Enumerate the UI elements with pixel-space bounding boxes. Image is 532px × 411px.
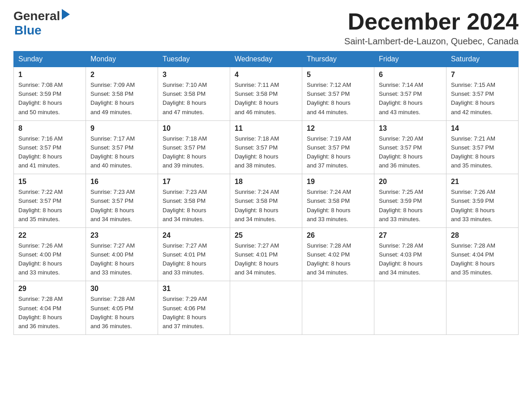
day-info: Sunrise: 7:28 AM Sunset: 4:02 PM Dayligh… <box>307 241 369 278</box>
day-info: Sunrise: 7:24 AM Sunset: 3:58 PM Dayligh… <box>307 188 369 224</box>
day-info: Sunrise: 7:18 AM Sunset: 3:57 PM Dayligh… <box>235 134 297 171</box>
day-number: 7 <box>451 71 514 79</box>
day-number: 1 <box>18 71 81 79</box>
day-number: 16 <box>90 178 153 186</box>
calendar-cell: 22 Sunrise: 7:26 AM Sunset: 4:00 PM Dayl… <box>14 227 86 281</box>
header-friday: Friday <box>374 51 446 67</box>
header-monday: Monday <box>86 51 158 67</box>
day-number: 26 <box>307 231 369 240</box>
day-info: Sunrise: 7:23 AM Sunset: 3:57 PM Dayligh… <box>90 188 153 224</box>
month-title: December 2024 <box>344 9 519 34</box>
day-info: Sunrise: 7:19 AM Sunset: 3:57 PM Dayligh… <box>307 134 369 171</box>
calendar-cell: 20 Sunrise: 7:25 AM Sunset: 3:59 PM Dayl… <box>374 174 446 228</box>
calendar-cell: 8 Sunrise: 7:16 AM Sunset: 3:57 PM Dayli… <box>14 120 86 174</box>
day-info: Sunrise: 7:21 AM Sunset: 3:57 PM Dayligh… <box>451 134 514 171</box>
header-saturday: Saturday <box>446 51 519 67</box>
day-info: Sunrise: 7:08 AM Sunset: 3:59 PM Dayligh… <box>18 81 81 117</box>
day-info: Sunrise: 7:20 AM Sunset: 3:57 PM Dayligh… <box>379 134 442 171</box>
calendar-week-row-4: 29 Sunrise: 7:28 AM Sunset: 4:04 PM Dayl… <box>14 281 519 335</box>
day-number: 19 <box>307 178 369 186</box>
day-info: Sunrise: 7:27 AM Sunset: 4:00 PM Dayligh… <box>90 241 153 278</box>
header-thursday: Thursday <box>302 51 374 67</box>
calendar-cell: 10 Sunrise: 7:18 AM Sunset: 3:57 PM Dayl… <box>158 120 230 174</box>
day-number: 30 <box>90 285 153 293</box>
calendar-cell: 24 Sunrise: 7:27 AM Sunset: 4:01 PM Dayl… <box>158 227 230 281</box>
day-number: 13 <box>379 124 442 133</box>
day-number: 15 <box>18 178 81 186</box>
day-info: Sunrise: 7:26 AM Sunset: 3:59 PM Dayligh… <box>451 188 514 224</box>
calendar-cell: 15 Sunrise: 7:22 AM Sunset: 3:57 PM Dayl… <box>14 174 86 228</box>
day-info: Sunrise: 7:28 AM Sunset: 4:04 PM Dayligh… <box>451 241 514 278</box>
calendar-cell: 14 Sunrise: 7:21 AM Sunset: 3:57 PM Dayl… <box>446 120 519 174</box>
day-info: Sunrise: 7:12 AM Sunset: 3:57 PM Dayligh… <box>307 81 369 117</box>
day-info: Sunrise: 7:18 AM Sunset: 3:57 PM Dayligh… <box>163 134 225 171</box>
day-info: Sunrise: 7:15 AM Sunset: 3:57 PM Dayligh… <box>451 81 514 117</box>
header-sunday: Sunday <box>14 51 86 67</box>
page-header: General Blue December 2024 Saint-Lambert… <box>13 9 519 47</box>
calendar-cell: 26 Sunrise: 7:28 AM Sunset: 4:02 PM Dayl… <box>302 227 374 281</box>
calendar-cell: 3 Sunrise: 7:10 AM Sunset: 3:58 PM Dayli… <box>158 67 230 121</box>
calendar-cell: 18 Sunrise: 7:24 AM Sunset: 3:58 PM Dayl… <box>230 174 302 228</box>
day-info: Sunrise: 7:27 AM Sunset: 4:01 PM Dayligh… <box>163 241 225 278</box>
day-number: 5 <box>307 71 369 79</box>
day-number: 20 <box>379 178 442 186</box>
logo-blue: Blue <box>14 23 70 38</box>
day-info: Sunrise: 7:24 AM Sunset: 3:58 PM Dayligh… <box>235 188 297 224</box>
calendar-cell: 30 Sunrise: 7:28 AM Sunset: 4:05 PM Dayl… <box>86 281 158 335</box>
day-number: 25 <box>235 231 297 240</box>
calendar-cell <box>302 281 374 335</box>
day-info: Sunrise: 7:09 AM Sunset: 3:58 PM Dayligh… <box>90 81 153 117</box>
day-number: 10 <box>163 124 225 133</box>
day-number: 22 <box>18 231 81 240</box>
day-number: 9 <box>90 124 153 133</box>
calendar-cell <box>230 281 302 335</box>
day-number: 23 <box>90 231 153 240</box>
calendar-cell: 19 Sunrise: 7:24 AM Sunset: 3:58 PM Dayl… <box>302 174 374 228</box>
calendar-week-row-3: 22 Sunrise: 7:26 AM Sunset: 4:00 PM Dayl… <box>14 227 519 281</box>
day-info: Sunrise: 7:10 AM Sunset: 3:58 PM Dayligh… <box>163 81 225 117</box>
day-number: 14 <box>451 124 514 133</box>
day-number: 18 <box>235 178 297 186</box>
day-number: 2 <box>90 71 153 79</box>
day-number: 3 <box>163 71 225 79</box>
logo: General Blue <box>13 9 70 38</box>
day-number: 4 <box>235 71 297 79</box>
day-info: Sunrise: 7:16 AM Sunset: 3:57 PM Dayligh… <box>18 134 81 171</box>
day-number: 24 <box>163 231 225 240</box>
logo-arrow-icon <box>62 9 70 20</box>
day-info: Sunrise: 7:22 AM Sunset: 3:57 PM Dayligh… <box>18 188 81 224</box>
day-info: Sunrise: 7:28 AM Sunset: 4:04 PM Dayligh… <box>18 295 81 331</box>
calendar-week-row-0: 1 Sunrise: 7:08 AM Sunset: 3:59 PM Dayli… <box>14 67 519 121</box>
day-number: 8 <box>18 124 81 133</box>
day-info: Sunrise: 7:11 AM Sunset: 3:58 PM Dayligh… <box>235 81 297 117</box>
day-info: Sunrise: 7:25 AM Sunset: 3:59 PM Dayligh… <box>379 188 442 224</box>
calendar-cell: 11 Sunrise: 7:18 AM Sunset: 3:57 PM Dayl… <box>230 120 302 174</box>
day-number: 17 <box>163 178 225 186</box>
calendar-cell: 5 Sunrise: 7:12 AM Sunset: 3:57 PM Dayli… <box>302 67 374 121</box>
calendar-cell: 28 Sunrise: 7:28 AM Sunset: 4:04 PM Dayl… <box>446 227 519 281</box>
day-number: 6 <box>379 71 442 79</box>
day-info: Sunrise: 7:29 AM Sunset: 4:06 PM Dayligh… <box>163 295 225 331</box>
day-info: Sunrise: 7:28 AM Sunset: 4:05 PM Dayligh… <box>90 295 153 331</box>
day-info: Sunrise: 7:14 AM Sunset: 3:57 PM Dayligh… <box>379 81 442 117</box>
calendar-header-row: Sunday Monday Tuesday Wednesday Thursday… <box>14 51 519 67</box>
day-number: 27 <box>379 231 442 240</box>
calendar-cell: 4 Sunrise: 7:11 AM Sunset: 3:58 PM Dayli… <box>230 67 302 121</box>
calendar-table: Sunday Monday Tuesday Wednesday Thursday… <box>13 51 519 335</box>
calendar-cell: 6 Sunrise: 7:14 AM Sunset: 3:57 PM Dayli… <box>374 67 446 121</box>
calendar-week-row-2: 15 Sunrise: 7:22 AM Sunset: 3:57 PM Dayl… <box>14 174 519 228</box>
day-info: Sunrise: 7:26 AM Sunset: 4:00 PM Dayligh… <box>18 241 81 278</box>
location: Saint-Lambert-de-Lauzon, Quebec, Canada <box>344 36 519 47</box>
calendar-cell: 12 Sunrise: 7:19 AM Sunset: 3:57 PM Dayl… <box>302 120 374 174</box>
calendar-cell: 29 Sunrise: 7:28 AM Sunset: 4:04 PM Dayl… <box>14 281 86 335</box>
calendar-cell <box>374 281 446 335</box>
calendar-cell: 23 Sunrise: 7:27 AM Sunset: 4:00 PM Dayl… <box>86 227 158 281</box>
day-info: Sunrise: 7:23 AM Sunset: 3:58 PM Dayligh… <box>163 188 225 224</box>
calendar-cell: 16 Sunrise: 7:23 AM Sunset: 3:57 PM Dayl… <box>86 174 158 228</box>
calendar-cell: 25 Sunrise: 7:27 AM Sunset: 4:01 PM Dayl… <box>230 227 302 281</box>
calendar-cell: 2 Sunrise: 7:09 AM Sunset: 3:58 PM Dayli… <box>86 67 158 121</box>
day-number: 31 <box>163 285 225 293</box>
day-number: 11 <box>235 124 297 133</box>
header-tuesday: Tuesday <box>158 51 230 67</box>
calendar-cell <box>446 281 519 335</box>
